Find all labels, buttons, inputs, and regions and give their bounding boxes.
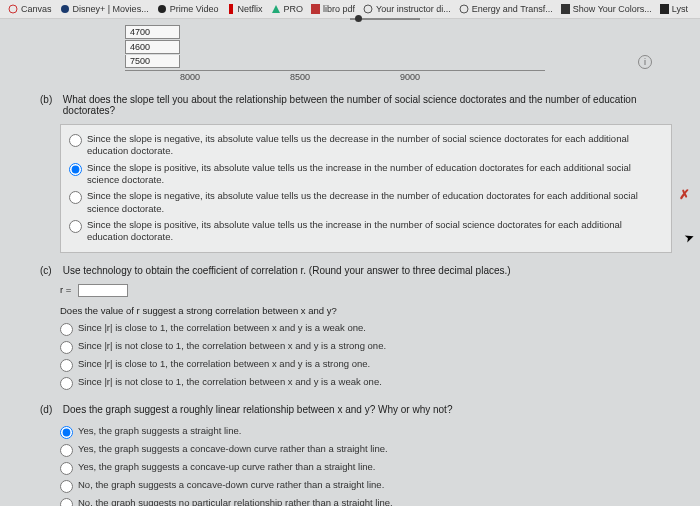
plot-yaxis: 4700 4600 7500 — [125, 25, 672, 68]
bookmark-disney[interactable]: Disney+ | Movies... — [60, 4, 149, 14]
globe-icon — [363, 4, 373, 14]
r-prefix: r = — [60, 284, 71, 295]
question-text: Use technology to obtain the coefficient… — [63, 265, 671, 276]
option-text: No, the graph suggests a concave-down cu… — [78, 479, 384, 491]
radio-input[interactable] — [60, 359, 73, 372]
bookmark-label: Lyst — [672, 4, 688, 14]
netflix-icon — [227, 4, 235, 14]
option-text: Yes, the graph suggests a concave-down c… — [78, 443, 388, 455]
options-d: Yes, the graph suggests a straight line.… — [60, 423, 672, 506]
option-d3[interactable]: Yes, the graph suggests a concave-up cur… — [60, 459, 672, 477]
option-text: Since |r| is not close to 1, the correla… — [78, 340, 386, 352]
option-b1[interactable]: Since the slope is negative, its absolut… — [69, 131, 663, 160]
x-tick: 8500 — [290, 72, 310, 82]
option-d2[interactable]: Yes, the graph suggests a concave-down c… — [60, 441, 672, 459]
svg-point-2 — [158, 5, 166, 13]
option-c2[interactable]: Since |r| is not close to 1, the correla… — [60, 338, 672, 356]
bookmark-lyst[interactable]: Lyst — [660, 4, 688, 14]
radio-input[interactable] — [60, 377, 73, 390]
option-text: Since the slope is positive, its absolut… — [87, 219, 663, 244]
bookmark-energy[interactable]: Energy and Transf... — [459, 4, 553, 14]
option-b3[interactable]: Since the slope is negative, its absolut… — [69, 188, 663, 217]
svg-rect-7 — [561, 4, 570, 14]
bookmark-label: libro pdf — [323, 4, 355, 14]
bookmark-label: PRO — [284, 4, 304, 14]
lyst-icon — [660, 4, 669, 14]
plot-y-value: 4700 — [125, 25, 180, 39]
option-c4[interactable]: Since |r| is not close to 1, the correla… — [60, 374, 672, 392]
svg-point-6 — [460, 5, 468, 13]
part-label: (c) — [40, 265, 60, 276]
part-d: (d) Does the graph suggest a roughly lin… — [40, 404, 672, 415]
disney-icon — [60, 4, 70, 14]
svg-point-5 — [364, 5, 372, 13]
globe-icon — [459, 4, 469, 14]
bookmark-label: Energy and Transf... — [472, 4, 553, 14]
plot-y-value: 7500 — [125, 55, 180, 68]
incorrect-icon: ✗ — [679, 187, 690, 202]
radio-input[interactable] — [60, 444, 73, 457]
bookmark-libro[interactable]: libro pdf — [311, 4, 355, 14]
content-area: 4700 4600 7500 8000 8500 9000 i (b) What… — [0, 19, 700, 506]
radio-input[interactable] — [69, 191, 82, 204]
option-b4[interactable]: Since the slope is positive, its absolut… — [69, 217, 663, 246]
x-tick: 9000 — [400, 72, 420, 82]
bookmark-instructor[interactable]: Your instructor di... — [363, 4, 451, 14]
option-text: Since |r| is close to 1, the correlation… — [78, 358, 370, 370]
bookmark-label: Disney+ | Movies... — [73, 4, 149, 14]
question-text: Does the graph suggest a roughly linear … — [63, 404, 671, 415]
radio-input[interactable] — [69, 163, 82, 176]
option-text: Since |r| is not close to 1, the correla… — [78, 376, 382, 388]
radio-input[interactable] — [60, 498, 73, 506]
option-d4[interactable]: No, the graph suggests a concave-down cu… — [60, 477, 672, 495]
radio-input[interactable] — [69, 220, 82, 233]
pdf-icon — [311, 4, 320, 14]
page-icon — [561, 4, 570, 14]
svg-rect-4 — [311, 4, 320, 14]
cursor-icon: ➤ — [682, 230, 696, 247]
svg-rect-3 — [229, 4, 233, 14]
option-b2[interactable]: Since the slope is positive, its absolut… — [69, 160, 663, 189]
info-icon[interactable]: i — [638, 55, 652, 69]
option-c3[interactable]: Since |r| is close to 1, the correlation… — [60, 356, 672, 374]
bookmark-bar: Canvas Disney+ | Movies... Prime Video N… — [0, 0, 700, 19]
option-c1[interactable]: Since |r| is close to 1, the correlation… — [60, 320, 672, 338]
bookmark-label: Netflix — [238, 4, 263, 14]
part-b: (b) What does the slope tell you about t… — [40, 94, 672, 116]
plot-xaxis: 8000 8500 9000 — [125, 70, 545, 82]
radio-input[interactable] — [69, 134, 82, 147]
bookmark-label: Prime Video — [170, 4, 219, 14]
part-c: (c) Use technology to obtain the coeffic… — [40, 265, 672, 276]
bookmark-label: Canvas — [21, 4, 52, 14]
option-text: Yes, the graph suggests a concave-up cur… — [78, 461, 376, 473]
option-text: No, the graph suggests no particular rel… — [78, 497, 393, 506]
bookmark-prime[interactable]: Prime Video — [157, 4, 219, 14]
radio-input[interactable] — [60, 426, 73, 439]
option-text: Yes, the graph suggests a straight line. — [78, 425, 241, 437]
option-text: Since the slope is negative, its absolut… — [87, 190, 663, 215]
radio-input[interactable] — [60, 341, 73, 354]
x-tick: 8000 — [180, 72, 200, 82]
r-input[interactable] — [78, 284, 128, 297]
bookmark-label: Your instructor di... — [376, 4, 451, 14]
options-c: Since |r| is close to 1, the correlation… — [60, 320, 672, 392]
sub-question-c: Does the value of r suggest a strong cor… — [60, 305, 672, 316]
svg-rect-8 — [660, 4, 669, 14]
option-text: Since the slope is positive, its absolut… — [87, 162, 663, 187]
bookmark-canvas[interactable]: Canvas — [8, 4, 52, 14]
bookmark-netflix[interactable]: Netflix — [227, 4, 263, 14]
option-d5[interactable]: No, the graph suggests no particular rel… — [60, 495, 672, 506]
radio-input[interactable] — [60, 323, 73, 336]
svg-point-0 — [9, 5, 17, 13]
radio-input[interactable] — [60, 480, 73, 493]
r-input-row: r = — [60, 284, 672, 297]
option-text: Since the slope is negative, its absolut… — [87, 133, 663, 158]
canvas-icon — [8, 4, 18, 14]
svg-point-1 — [61, 5, 69, 13]
bookmark-colors[interactable]: Show Your Colors... — [561, 4, 652, 14]
radio-input[interactable] — [60, 462, 73, 475]
prime-icon — [157, 4, 167, 14]
bookmark-pro[interactable]: PRO — [271, 4, 304, 14]
part-label: (d) — [40, 404, 60, 415]
option-d1[interactable]: Yes, the graph suggests a straight line. — [60, 423, 672, 441]
